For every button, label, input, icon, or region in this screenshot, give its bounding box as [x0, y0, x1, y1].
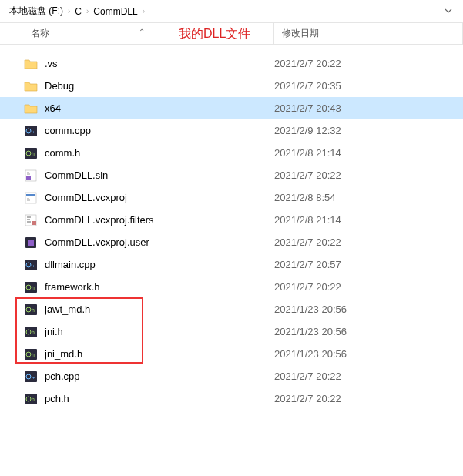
h-icon	[23, 391, 39, 407]
cpp-icon	[23, 257, 39, 273]
file-date: 2021/2/8 8:54	[274, 192, 463, 203]
file-date: 2021/1/23 20:56	[274, 326, 463, 337]
file-name: comm.cpp	[45, 125, 274, 136]
column-header-date-label: 修改日期	[282, 27, 319, 40]
file-date: 2021/2/7 20:22	[274, 393, 463, 404]
file-row[interactable]: jni_md.h2021/1/23 20:56	[0, 343, 463, 365]
file-name: framework.h	[45, 281, 274, 293]
annotation-label: 我的DLL文件	[179, 26, 250, 42]
cpp-icon	[23, 369, 39, 384]
folder-icon	[23, 56, 39, 72]
file-date: 2021/2/7 20:22	[274, 169, 463, 181]
file-row[interactable]: CommDLL.vcxproj2021/2/8 8:54	[0, 186, 463, 209]
chevron-right-icon: ›	[66, 7, 72, 15]
chevron-right-icon: ›	[85, 7, 90, 15]
file-date: 2021/2/9 12:32	[274, 125, 463, 136]
file-name: CommDLL.vcxproj.user	[45, 236, 274, 248]
file-name: comm.h	[45, 147, 274, 159]
h-icon	[23, 347, 39, 362]
file-name: jni.h	[45, 326, 274, 337]
h-icon	[23, 280, 39, 295]
file-date: 2021/2/7 20:43	[274, 102, 463, 114]
file-row[interactable]: comm.h2021/2/8 21:14	[0, 142, 463, 164]
breadcrumb-item-2[interactable]: CommDLL	[90, 6, 140, 17]
file-date: 2021/2/7 20:22	[274, 58, 463, 69]
file-name: Debug	[45, 80, 274, 92]
file-row[interactable]: dllmain.cpp2021/2/7 20:57	[0, 253, 463, 276]
file-name: dllmain.cpp	[45, 259, 274, 270]
file-name: pch.h	[45, 393, 274, 404]
folder-icon	[23, 79, 39, 94]
file-row[interactable]: CommDLL.vcxproj.user2021/2/7 20:22	[0, 231, 463, 253]
file-row[interactable]: Debug2021/2/7 20:35	[0, 75, 463, 97]
filters-icon	[23, 213, 39, 228]
breadcrumb-item-1[interactable]: C	[72, 6, 85, 17]
file-row[interactable]: x642021/2/7 20:43	[0, 97, 463, 119]
file-date: 2021/2/7 20:22	[274, 236, 463, 248]
h-icon	[23, 324, 39, 340]
folder-icon	[23, 101, 39, 116]
h-icon	[23, 302, 39, 317]
sort-ascending-icon: ⌃	[139, 28, 145, 36]
file-row[interactable]: comm.cpp2021/2/9 12:32	[0, 119, 463, 142]
file-date: 2021/2/7 20:35	[274, 80, 463, 92]
file-name: CommDLL.vcxproj.filters	[45, 214, 274, 226]
file-name: pch.cpp	[45, 370, 274, 382]
file-row[interactable]: .vs2021/2/7 20:22	[0, 52, 463, 75]
h-icon	[23, 146, 39, 161]
file-date: 2021/1/23 20:56	[274, 303, 463, 315]
cpp-icon	[23, 123, 39, 139]
breadcrumb[interactable]: 本地磁盘 (F:) › C › CommDLL ›	[0, 0, 463, 23]
file-name: x64	[45, 102, 274, 114]
sln-icon	[23, 168, 39, 183]
file-date: 2021/2/7 20:57	[274, 259, 463, 270]
file-name: jni_md.h	[45, 348, 274, 360]
file-row[interactable]: jni.h2021/1/23 20:56	[0, 320, 463, 343]
file-name: CommDLL.sln	[45, 169, 274, 181]
chevron-right-icon: ›	[141, 7, 146, 15]
breadcrumb-dropdown[interactable]	[440, 6, 457, 17]
file-date: 2021/2/7 20:22	[274, 281, 463, 293]
file-list: .vs2021/2/7 20:22Debug2021/2/7 20:35x642…	[0, 45, 463, 410]
file-row[interactable]: CommDLL.vcxproj.filters2021/2/8 21:14	[0, 209, 463, 231]
file-row[interactable]: CommDLL.sln2021/2/7 20:22	[0, 164, 463, 186]
file-row[interactable]: pch.cpp2021/2/7 20:22	[0, 365, 463, 387]
file-date: 2021/2/7 20:22	[274, 370, 463, 382]
file-row[interactable]: jawt_md.h2021/1/23 20:56	[0, 298, 463, 320]
file-name: CommDLL.vcxproj	[45, 192, 274, 203]
file-date: 2021/2/8 21:14	[274, 214, 463, 226]
column-header-date[interactable]: 修改日期	[274, 23, 463, 44]
user-icon	[23, 235, 39, 250]
breadcrumb-item-0[interactable]: 本地磁盘 (F:)	[6, 5, 66, 18]
file-name: jawt_md.h	[45, 303, 274, 315]
file-row[interactable]: pch.h2021/2/7 20:22	[0, 387, 463, 410]
file-name: .vs	[45, 58, 274, 69]
file-date: 2021/2/8 21:14	[274, 147, 463, 159]
file-date: 2021/1/23 20:56	[274, 348, 463, 360]
file-row[interactable]: framework.h2021/2/7 20:22	[0, 276, 463, 298]
column-header-name-label: 名称	[31, 27, 49, 40]
vcxproj-icon	[23, 190, 39, 206]
